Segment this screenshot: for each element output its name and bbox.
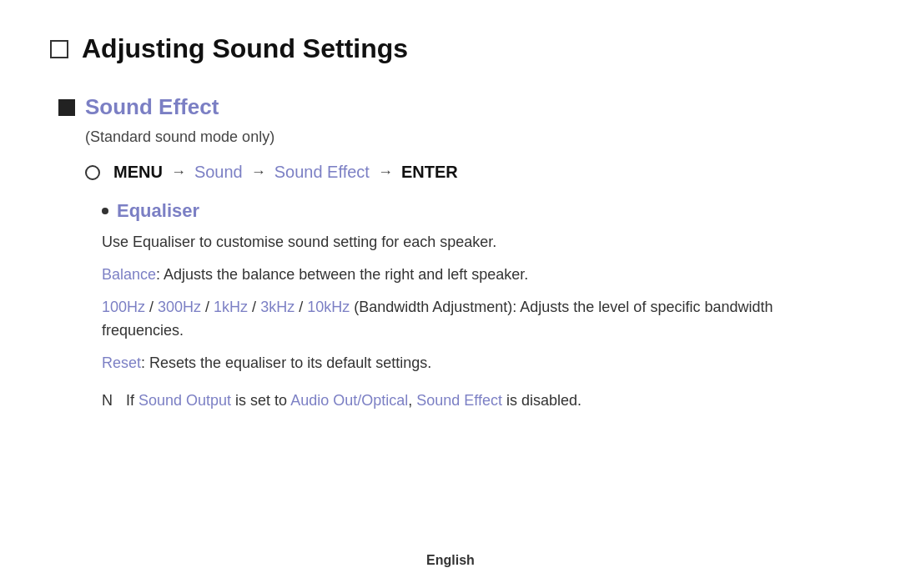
nav-sound: Sound xyxy=(194,163,243,182)
note-content: If Sound Output is set to Audio Out/Opti… xyxy=(126,389,581,413)
balance-term: Balance xyxy=(102,266,156,283)
reset-desc: : Resets the equaliser to its default se… xyxy=(141,354,431,371)
freq-10k: 10kHz xyxy=(307,299,350,315)
nav-arrow-1: → xyxy=(171,163,186,181)
bullet-title-row: Equaliser xyxy=(102,200,851,222)
note-text-after: is disabled. xyxy=(502,392,581,409)
slash-1: / xyxy=(145,299,158,315)
nav-sound-effect: Sound Effect xyxy=(274,163,370,182)
frequency-line: 100Hz / 300Hz / 1kHz / 3kHz / 10kHz (Ban… xyxy=(102,295,851,344)
nav-arrow-2: → xyxy=(251,163,266,181)
slash-2: / xyxy=(201,299,214,315)
section-block: Sound Effect (Standard sound mode only) … xyxy=(58,94,851,413)
page-title: Adjusting Sound Settings xyxy=(82,33,408,64)
bullet-dot-icon xyxy=(102,208,108,214)
slash-4: / xyxy=(294,299,307,315)
section-title-row: Sound Effect xyxy=(58,94,851,120)
bullet-title: Equaliser xyxy=(117,200,199,222)
section-title: Sound Effect xyxy=(85,94,219,120)
note-label: N xyxy=(102,389,113,413)
menu-label: MENU xyxy=(113,163,163,182)
note-audio-out: Audio Out/Optical xyxy=(290,392,408,409)
freq-300: 300Hz xyxy=(158,299,201,315)
note-text-middle: is set to xyxy=(231,392,290,409)
slash-3: / xyxy=(248,299,260,315)
note-row: N If Sound Output is set to Audio Out/Op… xyxy=(102,389,851,413)
bullet-section: Equaliser Use Equaliser to customise sou… xyxy=(102,200,851,375)
checkbox-icon xyxy=(50,40,68,58)
main-title-row: Adjusting Sound Settings xyxy=(50,33,851,64)
reset-line: Reset: Resets the equaliser to its defau… xyxy=(102,351,851,375)
reset-term: Reset xyxy=(102,354,141,371)
freq-100: 100Hz xyxy=(102,299,145,315)
note-sound-effect: Sound Effect xyxy=(416,392,502,409)
circle-icon xyxy=(85,165,100,180)
menu-nav-row: MENU → Sound → Sound Effect → ENTER xyxy=(85,163,851,182)
balance-line: Balance: Adjusts the balance between the… xyxy=(102,263,851,287)
filled-square-icon xyxy=(58,99,75,116)
note-comma: , xyxy=(408,392,416,409)
nav-arrow-3: → xyxy=(378,163,393,181)
bullet-desc-1: Use Equaliser to customise sound setting… xyxy=(102,230,851,254)
section-subtitle: (Standard sound mode only) xyxy=(85,128,851,146)
freq-1k: 1kHz xyxy=(214,299,248,315)
footer-language: English xyxy=(426,553,475,567)
balance-desc: : Adjusts the balance between the right … xyxy=(156,266,528,283)
note-text-before: If xyxy=(126,392,138,409)
note-sound-output: Sound Output xyxy=(138,392,231,409)
freq-3k: 3kHz xyxy=(260,299,294,315)
page-container: Adjusting Sound Settings Sound Effect (S… xyxy=(0,0,901,446)
nav-enter: ENTER xyxy=(401,163,458,182)
footer: English xyxy=(0,553,901,568)
